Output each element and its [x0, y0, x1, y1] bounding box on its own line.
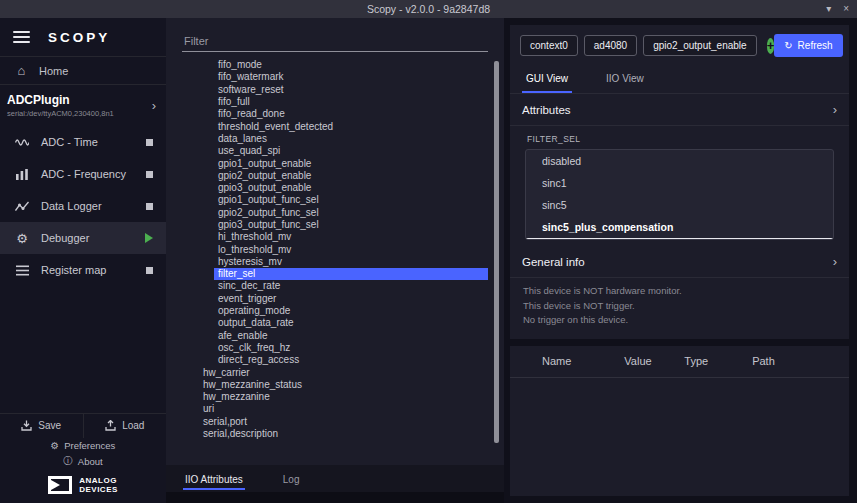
tree-item-label: afe_enable: [214, 330, 272, 342]
home-icon: ⌂: [14, 63, 29, 78]
tree-item-label: gpio3_output_enable: [214, 182, 315, 194]
attributes-header-label: Attributes: [522, 104, 571, 116]
table-header-cell[interactable]: Value: [624, 355, 684, 367]
run-indicator[interactable]: [145, 233, 153, 243]
tree-item-label: fifo_read_done: [214, 108, 289, 120]
dropdown-option[interactable]: disabled: [526, 150, 833, 172]
gear-icon: ⚙: [13, 231, 31, 246]
tree-item[interactable]: threshold_event_detected: [166, 120, 488, 132]
brand-line1: ANALOG: [79, 476, 118, 485]
tree-item[interactable]: operating_mode: [166, 305, 488, 317]
dropdown-option[interactable]: sinc5: [526, 194, 833, 216]
device-header[interactable]: ADCPlugin serial:/dev/ttyACM0,230400,8n1…: [0, 85, 166, 126]
tree-item[interactable]: gpio2_output_enable: [166, 170, 488, 182]
minimize-icon[interactable]: ▾: [826, 4, 831, 14]
tree-item[interactable]: software_reset: [166, 84, 488, 96]
tree-item[interactable]: data_lanes: [166, 133, 488, 145]
sidebar-item-adc-time[interactable]: ADC - Time: [0, 126, 166, 158]
breadcrumb-chip[interactable]: ad4080: [584, 35, 637, 56]
sidebar-header: SCOPY: [0, 18, 166, 56]
load-button[interactable]: Load: [83, 414, 167, 438]
tree-item-label: hw_carrier: [199, 367, 254, 379]
tree-item[interactable]: direct_reg_access: [166, 354, 488, 366]
sidebar-item-data-logger[interactable]: Data Logger: [0, 190, 166, 222]
tree-item[interactable]: output_data_rate: [166, 317, 488, 329]
tree-item[interactable]: fifo_watermark: [166, 71, 488, 83]
tree-item[interactable]: gpio3_output_enable: [166, 182, 488, 194]
tree-item[interactable]: hi_threshold_mv: [166, 231, 488, 243]
menu-icon[interactable]: [13, 31, 30, 43]
tab-iio-view[interactable]: IIO View: [602, 65, 648, 93]
info-line: This device is NOT hardware monitor.: [523, 284, 836, 299]
tree-item[interactable]: lo_threshold_mv: [166, 243, 488, 255]
tree-item[interactable]: serial,port: [166, 416, 488, 428]
dropdown-option[interactable]: sinc5_plus_compensation: [526, 216, 833, 239]
attributes-section-header[interactable]: Attributes ›: [510, 94, 849, 126]
tree-item[interactable]: uri: [166, 403, 488, 415]
stop-indicator[interactable]: [146, 203, 153, 210]
tree-item[interactable]: gpio1_output_func_sel: [166, 194, 488, 206]
refresh-label: Refresh: [798, 40, 833, 51]
tab-iio-attributes[interactable]: IIO Attributes: [183, 468, 245, 492]
table-header-cell[interactable]: Name: [542, 355, 624, 367]
tool-label: ADC - Frequency: [41, 168, 136, 180]
table-header-cell[interactable]: Path: [752, 355, 849, 367]
filter-input[interactable]: [182, 31, 488, 52]
save-label: Save: [38, 420, 61, 431]
breadcrumb-chip[interactable]: context0: [520, 35, 578, 56]
stop-indicator[interactable]: [146, 139, 153, 146]
tree-item[interactable]: gpio1_output_enable: [166, 157, 488, 169]
tree-item-label: threshold_event_detected: [214, 121, 337, 133]
tree-item[interactable]: filter_sel: [166, 268, 488, 280]
table-header-cell[interactable]: Type: [684, 355, 752, 367]
dropdown-option[interactable]: sinc1: [526, 172, 833, 194]
refresh-button[interactable]: ↻ Refresh: [774, 34, 842, 57]
scrollbar-thumb[interactable]: [494, 61, 499, 443]
breadcrumb-chip[interactable]: gpio2_output_enable: [643, 35, 756, 56]
tree-item-label: fifo_full: [214, 96, 254, 108]
tab-log[interactable]: Log: [281, 468, 302, 492]
breadcrumb: context0ad4080gpio2_output_enable: [520, 35, 757, 56]
sidebar-item-register-map[interactable]: Register map: [0, 254, 166, 286]
stop-indicator[interactable]: [146, 171, 153, 178]
tree-item-label: gpio1_output_enable: [214, 158, 315, 170]
tree-item[interactable]: osc_clk_freq_hz: [166, 342, 488, 354]
tool-label: Register map: [41, 264, 136, 276]
general-info-section-header[interactable]: General info ›: [510, 246, 849, 278]
brand-line2: DEVICES: [79, 485, 118, 494]
device-name: ADCPlugin: [7, 93, 114, 107]
tree-item[interactable]: serial,description: [166, 428, 488, 440]
chevron-right-icon: ›: [152, 98, 156, 113]
add-icon[interactable]: +: [767, 38, 775, 54]
titlebar: Scopy - v2.0.0 - 9a2847d8 ▾ ×: [0, 0, 857, 18]
about-button[interactable]: ⓘ About: [0, 454, 166, 470]
tree-item[interactable]: sinc_dec_rate: [166, 280, 488, 292]
save-button[interactable]: Save: [0, 414, 83, 438]
sidebar-item-home[interactable]: ⌂ Home: [0, 57, 166, 84]
tree-item[interactable]: fifo_read_done: [166, 108, 488, 120]
close-icon[interactable]: ×: [843, 4, 849, 14]
tree-item[interactable]: hysteresis_mv: [166, 256, 488, 268]
tree-item-label: sinc_dec_rate: [214, 280, 284, 292]
tree-item[interactable]: hw_carrier: [166, 366, 488, 378]
attribute-tree: fifo_modefifo_watermarksoftware_resetfif…: [166, 59, 504, 465]
tree-item-label: event_trigger: [214, 293, 280, 305]
general-info-header-label: General info: [522, 256, 585, 268]
sidebar-item-adc-frequency[interactable]: ADC - Frequency: [0, 158, 166, 190]
tree-item[interactable]: use_quad_spi: [166, 145, 488, 157]
sidebar-item-debugger[interactable]: ⚙ Debugger: [0, 222, 166, 254]
stop-indicator[interactable]: [146, 267, 153, 274]
preferences-button[interactable]: ⚙ Preferences: [0, 438, 166, 454]
tree-item-label: lo_threshold_mv: [214, 244, 295, 256]
tree-item[interactable]: afe_enable: [166, 330, 488, 342]
tree-item[interactable]: hw_mezzanine_status: [166, 379, 488, 391]
tree-item[interactable]: event_trigger: [166, 293, 488, 305]
tree-item[interactable]: fifo_mode: [166, 59, 488, 71]
scrollbar[interactable]: [494, 61, 499, 455]
tab-gui-view[interactable]: GUI View: [522, 65, 572, 93]
filter-sel-dropdown: disabledsinc1sinc5sinc5_plus_compensatio…: [525, 149, 834, 240]
tree-item[interactable]: hw_mezzanine: [166, 391, 488, 403]
tree-item[interactable]: gpio3_output_func_sel: [166, 219, 488, 231]
tree-item[interactable]: fifo_full: [166, 96, 488, 108]
tree-item[interactable]: gpio2_output_func_sel: [166, 207, 488, 219]
